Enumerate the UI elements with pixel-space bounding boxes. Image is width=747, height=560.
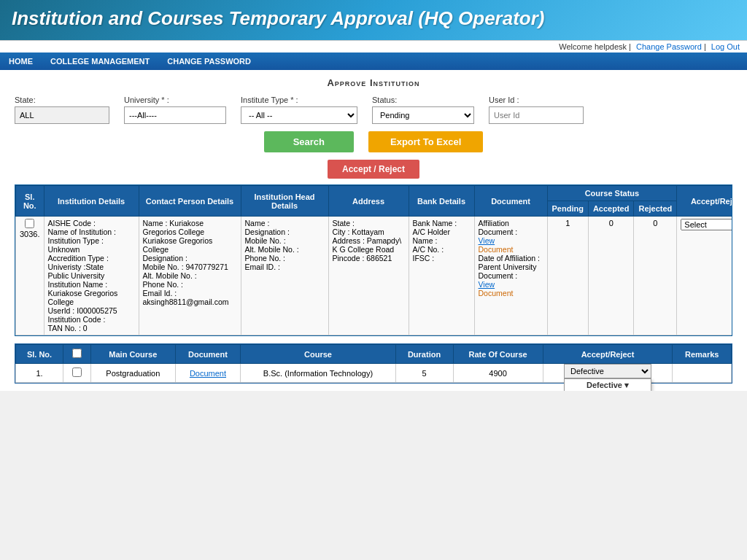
- welcome-text: Welcome helpdesk |: [559, 42, 631, 51]
- course-sl-no: 1.: [16, 364, 63, 383]
- col-inst-details: Institution Details: [44, 186, 139, 217]
- col-address: Address: [328, 186, 409, 217]
- col-accepted: Accepted: [588, 201, 634, 217]
- course-row-checkbox-cell: [63, 364, 91, 383]
- page-header: Institution and Courses Temporary Approv…: [0, 0, 747, 40]
- course-col-duration: Duration: [395, 345, 453, 364]
- table-row: 3036. AISHE Code : Name of Institution :…: [16, 217, 733, 335]
- col-accept-reject: Accept/Reject: [677, 186, 732, 217]
- dropdown-option-defective[interactable]: Defective ▾: [565, 379, 651, 391]
- course-col-main-course: Main Course: [91, 345, 175, 364]
- institute-type-group: Institute Type * : -- All --: [241, 96, 357, 124]
- course-col-accept-reject: Accept/Reject: [543, 345, 673, 364]
- course-col-slno: Sl. No.: [16, 345, 63, 364]
- col-doc: Document: [474, 186, 547, 217]
- course-main-course: Postgraduation: [91, 364, 175, 383]
- filter-form-row: State: University * : Institute Type * :…: [15, 96, 732, 124]
- col-contact: Contact Person Details: [139, 186, 241, 217]
- inst-head-cell: Name : Designation : Mobile No. : Alt. M…: [241, 217, 328, 335]
- university-input[interactable]: [124, 106, 226, 124]
- main-content: Approve Institution State: University * …: [0, 70, 747, 391]
- course-status-header: Course Status: [547, 186, 677, 201]
- nav-bar: HOME COLLEGE MANAGEMENT CHANGE PASSWORD: [0, 52, 747, 70]
- col-bank: Bank Details: [409, 186, 474, 217]
- course-name-cell: B.Sc. (Information Technology): [241, 364, 395, 383]
- university-field-group: University * :: [124, 96, 226, 124]
- pending-cell: 1: [547, 217, 588, 335]
- course-col-checkbox: [63, 345, 91, 364]
- accepted-cell: 0: [588, 217, 634, 335]
- course-doc-link-cell: Document: [175, 364, 241, 383]
- course-rate: 4900: [453, 364, 543, 383]
- contact-cell: Name : Kuriakose Gregorios College Kuria…: [139, 217, 241, 335]
- dropdown-menu: Defective ▾ Select Accept Defective Reje…: [564, 378, 651, 391]
- course-document-link[interactable]: Document: [190, 369, 226, 378]
- view-doc-2-label: Document: [479, 289, 514, 298]
- export-button[interactable]: Export To Excel: [368, 131, 483, 152]
- course-remarks: [673, 364, 732, 383]
- logout-link[interactable]: Log Out: [711, 42, 740, 51]
- institute-type-label: Institute Type * :: [241, 96, 357, 104]
- institution-table: Sl. No. Institution Details Contact Pers…: [15, 185, 732, 335]
- address-cell: State : City : Kottayam Address : Pamapd…: [328, 217, 409, 335]
- userid-field-group: User Id :: [489, 96, 584, 124]
- university-label: University * :: [124, 96, 226, 104]
- bank-cell: Bank Name : A/C Holder Name : A/C No. : …: [409, 217, 474, 335]
- top-bar: Welcome helpdesk | Change Password | Log…: [0, 40, 747, 52]
- view-doc-1-label: Document: [479, 245, 514, 254]
- institution-table-container: Sl. No. Institution Details Contact Pers…: [15, 184, 732, 336]
- sl-no-cell: 3036.: [16, 217, 44, 335]
- col-slno: Sl. No.: [16, 186, 44, 217]
- course-col-remarks: Remarks: [673, 345, 732, 364]
- course-row-checkbox[interactable]: [72, 368, 82, 377]
- rejected-cell: 0: [634, 217, 677, 335]
- search-button[interactable]: Search: [264, 131, 354, 152]
- course-table-row: 1. Postgraduation Document B.Sc. (Inform…: [16, 364, 732, 383]
- course-accept-reject-cell: Defective Defective ▾ Select Accept Defe…: [543, 364, 673, 383]
- course-duration: 5: [395, 364, 453, 383]
- page-title: Institution and Courses Temporary Approv…: [12, 7, 735, 30]
- course-accept-reject-select[interactable]: Defective: [564, 364, 651, 378]
- institute-type-select[interactable]: -- All --: [241, 106, 357, 124]
- nav-home[interactable]: HOME: [0, 52, 42, 70]
- userid-input[interactable]: [489, 106, 584, 124]
- state-field-group: State:: [15, 96, 109, 124]
- accept-reject-cell: Select: [677, 217, 732, 335]
- row-checkbox[interactable]: [25, 219, 34, 228]
- accept-reject-select[interactable]: Select: [681, 219, 732, 230]
- course-col-rate: Rate Of Course: [453, 345, 543, 364]
- view-doc-2-link[interactable]: View: [479, 280, 495, 289]
- accept-reject-button[interactable]: Accept / Reject: [328, 160, 419, 179]
- course-col-course: Course: [241, 345, 395, 364]
- view-doc-1-link[interactable]: View: [479, 236, 495, 245]
- col-pending: Pending: [547, 201, 588, 217]
- userid-label: User Id :: [489, 96, 584, 104]
- document-cell: Affiliation Document : View Document Dat…: [474, 217, 547, 335]
- change-password-link[interactable]: Change Password: [636, 42, 702, 51]
- status-select[interactable]: Pending: [372, 106, 474, 124]
- nav-college-management[interactable]: COLLEGE MANAGEMENT: [42, 52, 158, 70]
- col-inst-head: Institution Head Details: [241, 186, 328, 217]
- course-table: Sl. No. Main Course Document Course Dura…: [15, 344, 732, 383]
- course-header-checkbox[interactable]: [72, 349, 82, 358]
- separator: |: [704, 42, 708, 51]
- status-label: Status:: [372, 96, 474, 104]
- state-label: State:: [15, 96, 109, 104]
- col-rejected: Rejected: [634, 201, 677, 217]
- course-col-document: Document: [175, 345, 241, 364]
- state-input[interactable]: [15, 106, 109, 124]
- inst-details-cell: AISHE Code : Name of Institution : Insti…: [44, 217, 139, 335]
- search-export-row: Search Export To Excel: [15, 131, 732, 152]
- nav-change-password[interactable]: CHANGE PASSWORD: [158, 52, 260, 70]
- course-accept-reject-dropdown[interactable]: Defective Defective ▾ Select Accept Defe…: [564, 364, 651, 378]
- section-title: Approve Institution: [15, 77, 732, 88]
- status-field-group: Status: Pending: [372, 96, 474, 124]
- course-table-container: Sl. No. Main Course Document Course Dura…: [15, 343, 732, 384]
